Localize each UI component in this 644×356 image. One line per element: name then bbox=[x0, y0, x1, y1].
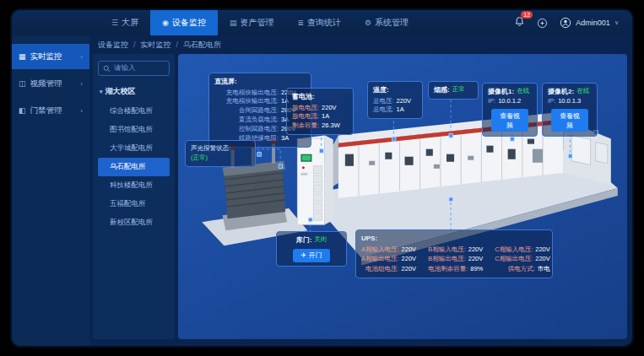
chevron-right-icon: › bbox=[80, 53, 83, 61]
open-door-icon: ✈ bbox=[301, 251, 307, 259]
tree-item-station-selected[interactable]: 乌石配电所 bbox=[98, 158, 170, 176]
metric-label: 总电流: bbox=[373, 105, 394, 115]
tree-item-station[interactable]: 新校区配电所 bbox=[98, 213, 170, 232]
status-value: 在线 bbox=[517, 87, 529, 97]
metric-value: 1A bbox=[322, 112, 329, 121]
metric-label: 总电压: bbox=[373, 97, 394, 106]
camera-title: 摄像机1: bbox=[488, 87, 514, 97]
app-window: ☰ 大屏 ◉ 设备监控 ▤ 资产管理 ≣ 查询统计 ⚙ 系统管理 12 bbox=[12, 10, 632, 346]
gear-icon: ⚙ bbox=[365, 19, 371, 27]
breadcrumb-item[interactable]: 实时监控 bbox=[141, 40, 171, 51]
notification-badge: 12 bbox=[521, 11, 533, 19]
open-door-button[interactable]: ✈ 开门 bbox=[293, 249, 331, 262]
panel-title: 温度: bbox=[373, 85, 417, 95]
sidebar-item-label: 实时监控 bbox=[30, 51, 62, 62]
station-tree-panel: 请输入 ▾湖大校区 综合楼配电所 图书馆配电所 大学城配电所 乌石配电所 科技楼… bbox=[93, 54, 175, 339]
asset-icon: ▤ bbox=[230, 19, 237, 27]
notifications-button[interactable]: 12 bbox=[514, 15, 525, 30]
metric-value: 220V bbox=[468, 245, 484, 255]
ip-value: 10.0.1.3 bbox=[558, 97, 581, 106]
sidebar-item-realtime-monitoring[interactable]: ▦ 实时监控 › bbox=[12, 44, 89, 69]
metric-value: 3A bbox=[281, 134, 289, 143]
search-placeholder: 请输入 bbox=[114, 63, 136, 73]
tree-item-station[interactable]: 大学城配电所 bbox=[98, 139, 170, 158]
metric-label: 充电模块输出电流: bbox=[214, 97, 279, 106]
view-video-button[interactable]: 查看视频 bbox=[491, 109, 529, 132]
tree-item-station[interactable]: 五福配电所 bbox=[98, 195, 170, 213]
fullscreen-icon[interactable] bbox=[537, 18, 548, 29]
ip-label: IP: bbox=[548, 97, 555, 106]
metric-value: 1A bbox=[397, 105, 404, 115]
tree-item-station[interactable]: 图书馆配电所 bbox=[98, 121, 170, 139]
wall-distribution-panel bbox=[571, 136, 590, 165]
tree-item-station[interactable]: 科技楼配电所 bbox=[98, 176, 170, 195]
metric-label: 烟感: bbox=[434, 85, 450, 95]
tab-query-statistics[interactable]: ≣ 查询统计 bbox=[285, 10, 353, 35]
tab-label: 系统管理 bbox=[375, 17, 409, 29]
dc-battery-cabinet bbox=[297, 136, 333, 225]
station-3d-canvas[interactable]: 直流屏: 充电模块输出电压:220V 充电模块输出电流:1A 合闸回路电压:20… bbox=[178, 54, 627, 339]
smoke-sensor-panel: 烟感:正常 bbox=[428, 81, 479, 100]
panel-title: 蓄电池: bbox=[292, 92, 348, 102]
user-name: Admin001 bbox=[576, 19, 610, 27]
tree-group-label: 湖大校区 bbox=[106, 87, 136, 95]
metric-label: 直流负载电流: bbox=[214, 116, 279, 125]
tab-dashboard[interactable]: ☰ 大屏 bbox=[100, 10, 150, 35]
triangle-down-icon: ▾ bbox=[100, 89, 103, 94]
metric-label: 合闸回路电压: bbox=[214, 106, 279, 116]
door-icon: ◧ bbox=[19, 106, 26, 115]
grid-monitor-icon: ▦ bbox=[19, 52, 26, 61]
view-video-button[interactable]: 查看视频 bbox=[551, 109, 589, 132]
metric-label: 电池剩余容量: bbox=[428, 265, 468, 274]
metric-label: B相输出电压: bbox=[428, 255, 466, 264]
metric-label: C相输入电压: bbox=[495, 245, 533, 255]
chevron-right-icon: › bbox=[80, 80, 83, 88]
tab-label: 设备监控 bbox=[172, 17, 206, 29]
query-icon: ≣ bbox=[297, 19, 304, 27]
panel-title: UPS: bbox=[361, 234, 547, 244]
metric-label: C相输出电压: bbox=[495, 255, 533, 264]
tree-group-campus[interactable]: ▾湖大校区 bbox=[100, 86, 168, 97]
tab-label: 大屏 bbox=[122, 17, 138, 29]
breadcrumb: 设备监控 / 实时监控 / 乌石配电所 bbox=[89, 35, 632, 54]
metric-label: A相输出电压: bbox=[361, 255, 399, 264]
tab-label: 资产管理 bbox=[240, 17, 273, 29]
temperature-panel: 温度: 总电压:220V 总电流:1A bbox=[367, 81, 423, 119]
metric-label: 放电电压: bbox=[292, 104, 319, 113]
door-control-panel: 库门:关闭 ✈ 开门 bbox=[276, 231, 347, 267]
tab-system-management[interactable]: ⚙ 系统管理 bbox=[353, 10, 420, 35]
tab-device-monitoring[interactable]: ◉ 设备监控 bbox=[150, 10, 218, 35]
metric-value: 220V bbox=[535, 245, 550, 255]
camera1-panel: 摄像机1:在线 IP:10.0.1.2 查看视频 bbox=[482, 83, 538, 137]
metric-label: 控制回路电压: bbox=[214, 125, 279, 134]
panel-title: 直流屏: bbox=[214, 77, 306, 87]
metric-value: 220V bbox=[322, 104, 337, 113]
user-menu[interactable]: Admin001 ∨ bbox=[560, 17, 619, 29]
metric-label: B相输入电压: bbox=[428, 245, 466, 255]
metric-label: A相输入电压: bbox=[361, 245, 399, 255]
battery-panel: 蓄电池: 放电电压:220V 放电电流:1A 剩余容量:26.3W bbox=[286, 88, 354, 135]
metric-label: 供电方式: bbox=[508, 265, 535, 274]
metric-label: 放电电流: bbox=[292, 112, 319, 121]
sidebar-item-access-control[interactable]: ◧ 门禁管理 › bbox=[12, 98, 89, 123]
door-label: 库门: bbox=[296, 235, 312, 245]
search-input[interactable]: 请输入 bbox=[98, 61, 170, 76]
search-icon bbox=[103, 65, 111, 73]
alarm-value: (正常) bbox=[191, 154, 250, 163]
tab-asset-management[interactable]: ▤ 资产管理 bbox=[218, 10, 286, 35]
alarm-status-panel: 声光报警状态: (正常) bbox=[185, 140, 256, 167]
ip-label: IP: bbox=[488, 97, 495, 106]
metric-label: 充电模块输出电压: bbox=[214, 89, 279, 98]
metric-value: 市电 bbox=[538, 265, 550, 274]
status-value: 在线 bbox=[576, 87, 589, 97]
video-camera-icon: ◫ bbox=[19, 79, 26, 88]
metric-value: 26.3W bbox=[322, 121, 340, 131]
camera-title: 摄像机2: bbox=[548, 87, 574, 97]
metric-value: 220V bbox=[397, 97, 412, 106]
sidebar-item-video-management[interactable]: ◫ 视频管理 › bbox=[12, 71, 89, 96]
primary-sidebar: ▦ 实时监控 › ◫ 视频管理 › ◧ 门禁管理 › bbox=[12, 35, 89, 346]
metric-label: 剩余容量: bbox=[292, 121, 319, 131]
metric-value: 89% bbox=[470, 265, 483, 274]
breadcrumb-item[interactable]: 设备监控 bbox=[98, 40, 128, 51]
tree-item-station[interactable]: 综合楼配电所 bbox=[98, 102, 170, 121]
